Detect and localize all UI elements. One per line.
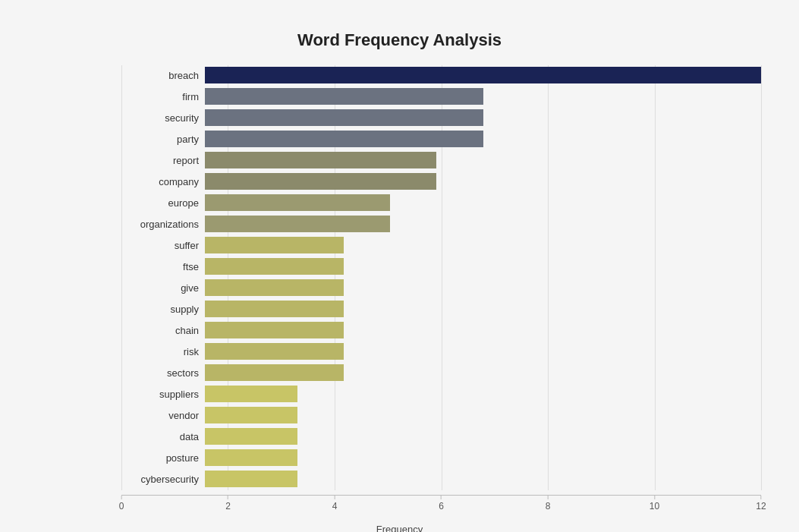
x-tick: 6 bbox=[439, 496, 444, 512]
x-tick-line bbox=[654, 496, 655, 499]
x-tick-value: 0 bbox=[119, 501, 124, 512]
bar-track bbox=[205, 407, 761, 423]
bar-track bbox=[205, 152, 761, 168]
x-tick-value: 4 bbox=[332, 501, 338, 512]
bar-row: report bbox=[121, 150, 761, 170]
bar-label: give bbox=[121, 282, 205, 294]
bar-row: cybersecurity bbox=[121, 469, 761, 489]
bar-track bbox=[205, 216, 761, 232]
bar-track bbox=[205, 194, 761, 211]
bar-track bbox=[205, 109, 761, 126]
bar-track bbox=[205, 449, 761, 466]
x-axis-label: Frequency bbox=[38, 524, 761, 532]
bar-fill bbox=[205, 407, 297, 423]
bar-label: risk bbox=[121, 346, 205, 357]
bar-fill bbox=[205, 216, 390, 232]
x-tick: 2 bbox=[225, 496, 231, 512]
bar-label: europe bbox=[121, 197, 205, 209]
x-tick-value: 12 bbox=[756, 501, 766, 512]
bar-track bbox=[205, 471, 761, 487]
bar-fill bbox=[205, 67, 761, 83]
bar-label: data bbox=[121, 431, 205, 442]
bar-row: security bbox=[121, 108, 761, 127]
chart-container: Word Frequency Analysis breachfirmsecuri… bbox=[15, 15, 784, 532]
bar-label: security bbox=[121, 112, 205, 124]
bar-row: suffer bbox=[121, 235, 761, 255]
bar-track bbox=[205, 258, 761, 275]
bar-fill bbox=[205, 428, 297, 445]
bar-label: report bbox=[121, 155, 205, 166]
bar-label: ftse bbox=[121, 261, 205, 272]
bar-track bbox=[205, 131, 761, 147]
bar-track bbox=[205, 343, 761, 360]
x-tick-value: 10 bbox=[650, 501, 659, 512]
bar-track bbox=[205, 301, 761, 317]
bar-track bbox=[205, 386, 761, 402]
bar-fill bbox=[205, 109, 483, 126]
x-tick-line bbox=[121, 496, 122, 499]
bar-fill bbox=[205, 301, 344, 317]
bar-row: give bbox=[121, 278, 761, 297]
bar-track bbox=[205, 322, 761, 338]
bar-fill bbox=[205, 343, 344, 360]
bar-label: breach bbox=[121, 70, 205, 81]
bar-row: ftse bbox=[121, 257, 761, 276]
bar-fill bbox=[205, 449, 297, 466]
bar-track bbox=[205, 279, 761, 296]
bar-label: posture bbox=[121, 452, 205, 464]
bar-row: data bbox=[121, 427, 761, 446]
x-tick: 8 bbox=[546, 496, 551, 512]
bar-track bbox=[205, 237, 761, 253]
bar-label: vendor bbox=[121, 410, 205, 421]
bar-row: risk bbox=[121, 342, 761, 361]
bar-row: europe bbox=[121, 193, 761, 212]
bar-row: vendor bbox=[121, 405, 761, 425]
bar-track bbox=[205, 364, 761, 381]
x-tick-value: 6 bbox=[439, 501, 444, 512]
x-tick-value: 8 bbox=[546, 501, 551, 512]
bar-row: sectors bbox=[121, 363, 761, 382]
bar-label: organizations bbox=[121, 219, 205, 230]
bar-row: breach bbox=[121, 65, 761, 85]
bar-label: chain bbox=[121, 325, 205, 336]
bar-label: suffer bbox=[121, 240, 205, 251]
bar-row: company bbox=[121, 172, 761, 191]
bar-fill bbox=[205, 131, 483, 147]
x-tick: 12 bbox=[756, 496, 766, 512]
x-tick-line bbox=[441, 496, 442, 499]
bar-row: suppliers bbox=[121, 384, 761, 404]
bar-label: sectors bbox=[121, 367, 205, 379]
bar-fill bbox=[205, 258, 344, 275]
bar-label: firm bbox=[121, 91, 205, 102]
grid-line bbox=[761, 65, 762, 490]
bar-track bbox=[205, 428, 761, 445]
bar-fill bbox=[205, 237, 344, 253]
bar-track bbox=[205, 173, 761, 190]
x-tick: 10 bbox=[650, 496, 659, 512]
bar-row: supply bbox=[121, 299, 761, 319]
bar-label: cybersecurity bbox=[121, 474, 205, 485]
bar-label: party bbox=[121, 134, 205, 145]
bar-fill bbox=[205, 471, 297, 487]
bar-fill bbox=[205, 322, 344, 338]
bar-label: suppliers bbox=[121, 389, 205, 400]
bar-fill bbox=[205, 194, 390, 211]
bar-fill bbox=[205, 364, 344, 381]
x-tick-value: 2 bbox=[225, 501, 231, 512]
bar-fill bbox=[205, 386, 297, 402]
bar-row: organizations bbox=[121, 214, 761, 234]
bar-fill bbox=[205, 279, 344, 296]
bar-row: firm bbox=[121, 87, 761, 106]
bar-fill bbox=[205, 152, 436, 168]
chart-title: Word Frequency Analysis bbox=[38, 30, 761, 50]
bar-row: chain bbox=[121, 320, 761, 340]
x-tick-line bbox=[334, 496, 335, 499]
bar-fill bbox=[205, 173, 436, 190]
x-tick: 4 bbox=[332, 496, 338, 512]
bar-fill bbox=[205, 88, 483, 105]
x-tick-line bbox=[760, 496, 761, 499]
bar-track bbox=[205, 88, 761, 105]
x-tick: 0 bbox=[119, 496, 124, 512]
bar-label: supply bbox=[121, 304, 205, 315]
bar-row: party bbox=[121, 129, 761, 149]
